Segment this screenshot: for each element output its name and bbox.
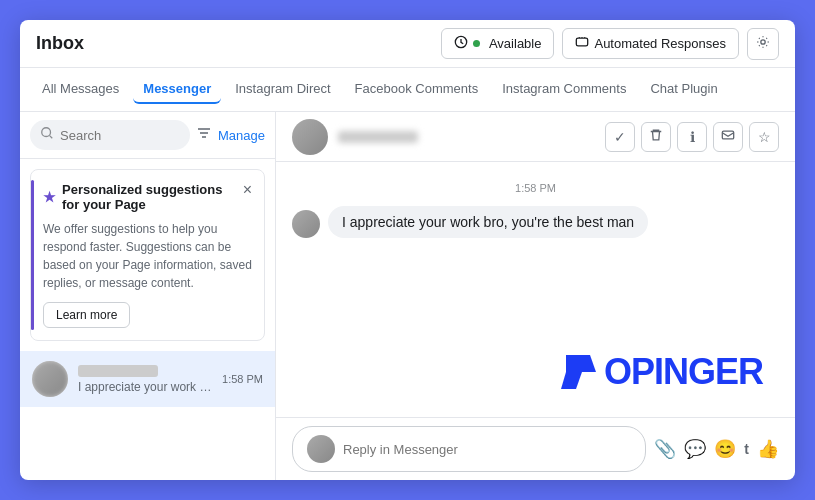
emoji-icon: 😊 — [714, 438, 736, 460]
tab-instagram-comments[interactable]: Instagram Comments — [492, 75, 636, 104]
tab-messenger[interactable]: Messenger — [133, 75, 221, 104]
conversation-info: I appreciate your work bro, you're t... — [78, 365, 212, 394]
tab-instagram-direct[interactable]: Instagram Direct — [225, 75, 340, 104]
like-button[interactable]: 👍 — [757, 438, 779, 460]
suggestions-accent-bar — [31, 180, 34, 330]
sticker-button[interactable]: 💬 — [684, 438, 706, 460]
tab-facebook-comments[interactable]: Facebook Comments — [345, 75, 489, 104]
sticker-icon: 💬 — [684, 438, 706, 460]
watermark: OPINGER — [560, 349, 763, 401]
email-button[interactable] — [713, 122, 743, 152]
emoji-button[interactable]: 😊 — [714, 438, 736, 460]
conversation-name — [78, 365, 158, 377]
automated-responses-button[interactable]: Automated Responses — [562, 28, 739, 59]
inbox-window: Inbox Available Automated Responses — [20, 20, 795, 480]
suggestions-header: ★ Personalized suggestions for your Page… — [43, 182, 252, 212]
thumbsup-icon: 👍 — [757, 438, 779, 460]
body: Manage ★ Personalized suggestions for yo… — [20, 112, 795, 480]
messages-area: 1:58 PM I appreciate your work bro, you'… — [276, 162, 795, 417]
star-icon: ★ — [43, 189, 56, 205]
search-icon — [40, 126, 54, 144]
message-timestamp: 1:58 PM — [515, 182, 556, 194]
header-actions: Available Automated Responses — [441, 28, 779, 60]
svg-marker-6 — [561, 372, 582, 389]
message-row: I appreciate your work bro, you're the b… — [292, 206, 648, 238]
tab-all-messages[interactable]: All Messages — [32, 75, 129, 104]
attachment-button[interactable]: 📎 — [654, 438, 676, 460]
info-button[interactable]: ℹ — [677, 122, 707, 152]
search-input-wrap — [30, 120, 190, 150]
star-button[interactable]: ☆ — [749, 122, 779, 152]
chat-avatar — [292, 119, 328, 155]
chat-username — [338, 131, 418, 143]
main-chat: ✓ ℹ ☆ — [276, 112, 795, 480]
tab-bar: All Messages Messenger Instagram Direct … — [20, 68, 795, 112]
automated-icon — [575, 35, 589, 52]
chat-actions: ✓ ℹ ☆ — [605, 122, 779, 152]
message-bubble: I appreciate your work bro, you're the b… — [328, 206, 648, 238]
gif-button[interactable]: t — [744, 441, 749, 457]
suggestions-description: We offer suggestions to help you respond… — [43, 220, 252, 292]
chat-header: ✓ ℹ ☆ — [276, 112, 795, 162]
check-icon: ✓ — [614, 129, 626, 145]
reply-input-wrap — [292, 426, 646, 472]
check-button[interactable]: ✓ — [605, 122, 635, 152]
trash-icon — [649, 128, 663, 145]
clock-icon — [454, 35, 468, 52]
learn-more-button[interactable]: Learn more — [43, 302, 130, 328]
email-icon — [721, 128, 735, 145]
reply-avatar — [307, 435, 335, 463]
page-title: Inbox — [36, 33, 84, 54]
paperclip-icon: 📎 — [654, 438, 676, 460]
sender-avatar — [292, 210, 320, 238]
svg-point-2 — [761, 40, 765, 44]
delete-button[interactable] — [641, 122, 671, 152]
sidebar: Manage ★ Personalized suggestions for yo… — [20, 112, 276, 480]
reply-bar: 📎 💬 😊 t 👍 — [276, 417, 795, 480]
search-input[interactable] — [60, 128, 180, 143]
svg-rect-1 — [577, 38, 588, 46]
reply-actions: 📎 💬 😊 t 👍 — [654, 438, 779, 460]
manage-link[interactable]: Manage — [218, 128, 265, 143]
conversation-list: I appreciate your work bro, you're t... … — [20, 351, 275, 480]
available-button[interactable]: Available — [441, 28, 555, 59]
header: Inbox Available Automated Responses — [20, 20, 795, 68]
svg-point-3 — [42, 128, 51, 137]
suggestions-title: ★ Personalized suggestions for your Page — [43, 182, 243, 212]
gear-icon — [756, 35, 770, 52]
filter-icon[interactable] — [196, 125, 212, 145]
avatar — [32, 361, 68, 397]
conversation-time: 1:58 PM — [222, 373, 263, 385]
tab-chat-plugin[interactable]: Chat Plugin — [640, 75, 727, 104]
suggestions-box: ★ Personalized suggestions for your Page… — [30, 169, 265, 341]
search-bar: Manage — [20, 112, 275, 159]
chat-user — [292, 119, 418, 155]
watermark-logo: OPINGER — [560, 349, 763, 393]
gif-icon: t — [744, 441, 749, 457]
svg-marker-5 — [566, 355, 596, 372]
suggestions-close-button[interactable]: × — [243, 182, 252, 198]
conversation-preview: I appreciate your work bro, you're t... — [78, 380, 212, 394]
available-dot — [473, 40, 480, 47]
svg-rect-4 — [722, 131, 733, 139]
reply-input[interactable] — [343, 442, 631, 457]
conversation-item[interactable]: I appreciate your work bro, you're t... … — [20, 351, 275, 407]
info-icon: ℹ — [690, 129, 695, 145]
settings-button[interactable] — [747, 28, 779, 60]
star-icon: ☆ — [758, 129, 771, 145]
